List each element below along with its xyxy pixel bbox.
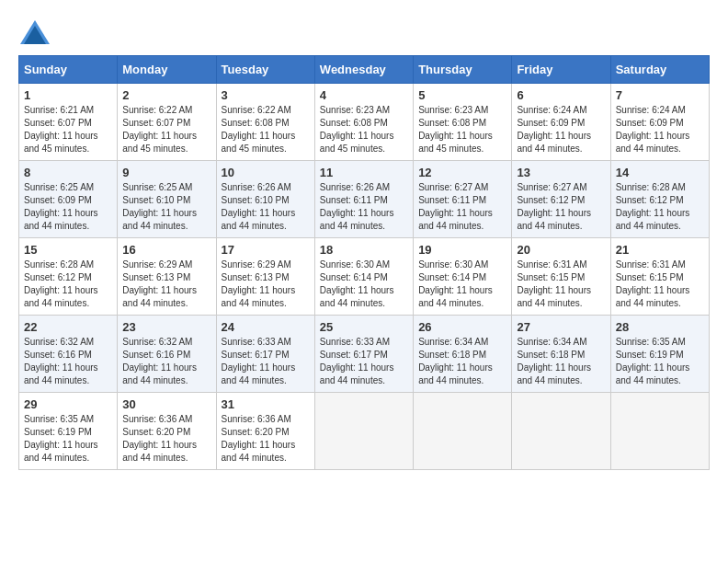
day-number: 20 (517, 243, 605, 257)
day-info: Sunrise: 6:24 AMSunset: 6:09 PMDaylight:… (616, 104, 704, 155)
calendar-cell: 5Sunrise: 6:23 AMSunset: 6:08 PMDaylight… (414, 84, 512, 161)
day-info: Sunrise: 6:26 AMSunset: 6:10 PMDaylight:… (222, 181, 310, 233)
day-info: Sunrise: 6:31 AMSunset: 6:15 PMDaylight:… (616, 259, 704, 310)
day-number: 21 (616, 243, 704, 257)
calendar-header-row: SundayMondayTuesdayWednesdayThursdayFrid… (19, 56, 710, 84)
day-number: 31 (222, 397, 310, 411)
day-info: Sunrise: 6:33 AMSunset: 6:17 PMDaylight:… (222, 336, 310, 387)
calendar-cell: 12Sunrise: 6:27 AMSunset: 6:11 PMDayligh… (414, 161, 512, 238)
day-info: Sunrise: 6:22 AMSunset: 6:08 PMDaylight:… (222, 104, 310, 155)
calendar-day-header: Wednesday (314, 56, 413, 84)
calendar-week-row: 1Sunrise: 6:21 AMSunset: 6:07 PMDaylight… (19, 84, 710, 161)
day-number: 23 (122, 320, 210, 334)
day-info: Sunrise: 6:31 AMSunset: 6:15 PMDaylight:… (517, 259, 605, 310)
calendar-cell: 2Sunrise: 6:22 AMSunset: 6:07 PMDaylight… (118, 84, 216, 161)
calendar-cell: 21Sunrise: 6:31 AMSunset: 6:15 PMDayligh… (610, 238, 709, 316)
day-number: 19 (418, 243, 506, 257)
calendar-cell: 27Sunrise: 6:34 AMSunset: 6:18 PMDayligh… (512, 316, 610, 393)
calendar-cell: 28Sunrise: 6:35 AMSunset: 6:19 PMDayligh… (610, 316, 709, 393)
day-info: Sunrise: 6:28 AMSunset: 6:12 PMDaylight:… (616, 181, 704, 233)
day-info: Sunrise: 6:34 AMSunset: 6:18 PMDaylight:… (418, 336, 506, 387)
day-number: 7 (616, 88, 704, 102)
day-info: Sunrise: 6:35 AMSunset: 6:19 PMDaylight:… (616, 336, 704, 387)
calendar-cell: 7Sunrise: 6:24 AMSunset: 6:09 PMDaylight… (610, 84, 709, 161)
day-number: 16 (122, 243, 210, 257)
day-info: Sunrise: 6:30 AMSunset: 6:14 PMDaylight:… (418, 259, 506, 310)
day-info: Sunrise: 6:29 AMSunset: 6:13 PMDaylight:… (122, 259, 210, 310)
calendar-cell: 3Sunrise: 6:22 AMSunset: 6:08 PMDaylight… (216, 84, 314, 161)
day-number: 13 (517, 166, 605, 179)
day-number: 26 (418, 320, 506, 334)
day-info: Sunrise: 6:36 AMSunset: 6:20 PMDaylight:… (222, 413, 310, 465)
calendar-cell: 9Sunrise: 6:25 AMSunset: 6:10 PMDaylight… (118, 161, 216, 238)
calendar-cell (610, 393, 709, 470)
day-info: Sunrise: 6:32 AMSunset: 6:16 PMDaylight:… (122, 336, 210, 387)
day-info: Sunrise: 6:32 AMSunset: 6:16 PMDaylight:… (24, 336, 112, 387)
calendar-day-header: Friday (512, 56, 610, 84)
calendar-cell: 8Sunrise: 6:25 AMSunset: 6:09 PMDaylight… (19, 161, 118, 238)
day-info: Sunrise: 6:35 AMSunset: 6:19 PMDaylight:… (24, 413, 112, 465)
day-info: Sunrise: 6:29 AMSunset: 6:13 PMDaylight:… (222, 259, 310, 310)
calendar-cell: 30Sunrise: 6:36 AMSunset: 6:20 PMDayligh… (118, 393, 216, 470)
day-number: 10 (222, 166, 310, 179)
day-number: 3 (222, 88, 310, 102)
day-info: Sunrise: 6:23 AMSunset: 6:08 PMDaylight:… (418, 104, 506, 155)
day-info: Sunrise: 6:25 AMSunset: 6:09 PMDaylight:… (24, 181, 112, 233)
calendar-cell: 29Sunrise: 6:35 AMSunset: 6:19 PMDayligh… (19, 393, 118, 470)
day-info: Sunrise: 6:21 AMSunset: 6:07 PMDaylight:… (24, 104, 112, 155)
calendar-day-header: Sunday (19, 56, 118, 84)
calendar-day-header: Thursday (414, 56, 512, 84)
day-number: 1 (24, 88, 112, 102)
calendar-cell: 20Sunrise: 6:31 AMSunset: 6:15 PMDayligh… (512, 238, 610, 316)
calendar-cell: 25Sunrise: 6:33 AMSunset: 6:17 PMDayligh… (314, 316, 413, 393)
calendar-week-row: 15Sunrise: 6:28 AMSunset: 6:12 PMDayligh… (19, 238, 710, 316)
calendar-day-header: Tuesday (216, 56, 314, 84)
day-number: 24 (222, 320, 310, 334)
day-info: Sunrise: 6:22 AMSunset: 6:07 PMDaylight:… (122, 104, 210, 155)
calendar-cell: 24Sunrise: 6:33 AMSunset: 6:17 PMDayligh… (216, 316, 314, 393)
calendar-cell: 13Sunrise: 6:27 AMSunset: 6:12 PMDayligh… (512, 161, 610, 238)
calendar-week-row: 29Sunrise: 6:35 AMSunset: 6:19 PMDayligh… (19, 393, 710, 470)
day-number: 27 (517, 320, 605, 334)
calendar-table: SundayMondayTuesdayWednesdayThursdayFrid… (18, 55, 710, 470)
page-header (18, 18, 710, 46)
calendar-cell: 26Sunrise: 6:34 AMSunset: 6:18 PMDayligh… (414, 316, 512, 393)
calendar-cell: 1Sunrise: 6:21 AMSunset: 6:07 PMDaylight… (19, 84, 118, 161)
day-info: Sunrise: 6:26 AMSunset: 6:11 PMDaylight:… (320, 181, 408, 233)
calendar-day-header: Monday (118, 56, 216, 84)
day-info: Sunrise: 6:27 AMSunset: 6:11 PMDaylight:… (418, 181, 506, 233)
calendar-cell: 22Sunrise: 6:32 AMSunset: 6:16 PMDayligh… (19, 316, 118, 393)
day-number: 5 (418, 88, 506, 102)
day-number: 9 (122, 166, 210, 179)
day-info: Sunrise: 6:34 AMSunset: 6:18 PMDaylight:… (517, 336, 605, 387)
calendar-day-header: Saturday (610, 56, 709, 84)
day-number: 12 (418, 166, 506, 179)
calendar-cell: 15Sunrise: 6:28 AMSunset: 6:12 PMDayligh… (19, 238, 118, 316)
day-number: 2 (122, 88, 210, 102)
day-info: Sunrise: 6:24 AMSunset: 6:09 PMDaylight:… (517, 104, 605, 155)
day-number: 18 (320, 243, 408, 257)
calendar-cell: 10Sunrise: 6:26 AMSunset: 6:10 PMDayligh… (216, 161, 314, 238)
day-info: Sunrise: 6:27 AMSunset: 6:12 PMDaylight:… (517, 181, 605, 233)
calendar-week-row: 8Sunrise: 6:25 AMSunset: 6:09 PMDaylight… (19, 161, 710, 238)
calendar-cell: 6Sunrise: 6:24 AMSunset: 6:09 PMDaylight… (512, 84, 610, 161)
calendar-cell: 31Sunrise: 6:36 AMSunset: 6:20 PMDayligh… (216, 393, 314, 470)
calendar-cell: 17Sunrise: 6:29 AMSunset: 6:13 PMDayligh… (216, 238, 314, 316)
day-number: 4 (320, 88, 408, 102)
calendar-week-row: 22Sunrise: 6:32 AMSunset: 6:16 PMDayligh… (19, 316, 710, 393)
day-info: Sunrise: 6:23 AMSunset: 6:08 PMDaylight:… (320, 104, 408, 155)
logo-icon (18, 18, 51, 46)
day-number: 15 (24, 243, 112, 257)
day-info: Sunrise: 6:30 AMSunset: 6:14 PMDaylight:… (320, 259, 408, 310)
day-info: Sunrise: 6:25 AMSunset: 6:10 PMDaylight:… (122, 181, 210, 233)
day-number: 29 (24, 397, 112, 411)
calendar-cell (512, 393, 610, 470)
calendar-cell: 16Sunrise: 6:29 AMSunset: 6:13 PMDayligh… (118, 238, 216, 316)
calendar-cell: 18Sunrise: 6:30 AMSunset: 6:14 PMDayligh… (314, 238, 413, 316)
calendar-cell (414, 393, 512, 470)
day-number: 11 (320, 166, 408, 179)
calendar-cell: 19Sunrise: 6:30 AMSunset: 6:14 PMDayligh… (414, 238, 512, 316)
calendar-cell: 4Sunrise: 6:23 AMSunset: 6:08 PMDaylight… (314, 84, 413, 161)
day-number: 22 (24, 320, 112, 334)
day-number: 30 (122, 397, 210, 411)
